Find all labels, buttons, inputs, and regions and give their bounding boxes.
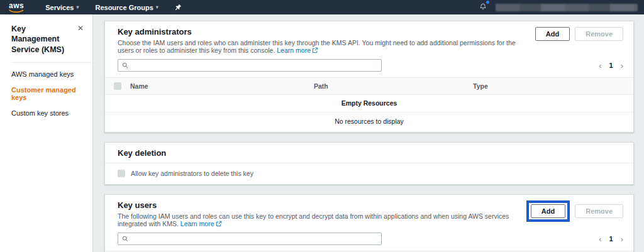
sidebar-item-customer-managed-keys[interactable]: Customer managed keys: [11, 86, 92, 101]
key-administrators-title: Key administrators: [118, 27, 528, 36]
nav-resource-groups-label: Resource Groups: [95, 4, 153, 11]
administrators-search-input[interactable]: [131, 62, 377, 69]
empty-resources-title: Empty Resources: [105, 95, 633, 112]
main-content: Key administrators Choose the IAM users …: [93, 14, 644, 252]
add-administrators-button[interactable]: Add: [535, 27, 570, 41]
sidebar-item-custom-key-stores[interactable]: Custom key stores: [11, 109, 92, 117]
search-icon: [122, 62, 128, 68]
allow-delete-label: Allow key administrators to delete this …: [131, 170, 253, 177]
key-users-title: Key users: [118, 200, 519, 210]
notification-badge: [486, 1, 489, 4]
external-link-icon: [312, 47, 318, 55]
notifications-button[interactable]: [479, 2, 487, 13]
sidebar-title: Key Management Service (KMS): [11, 24, 72, 55]
pushpin-icon: [175, 4, 182, 11]
learn-more-link[interactable]: Learn more: [180, 220, 214, 227]
administrators-search-box[interactable]: [118, 59, 382, 72]
aws-logo-text: aws: [9, 2, 24, 9]
page-prev-icon[interactable]: ‹: [599, 61, 601, 70]
key-users-card: Key users The following IAM users and ro…: [104, 194, 634, 252]
external-link-icon: [216, 221, 222, 228]
key-deletion-title: Key deletion: [118, 148, 621, 158]
learn-more-link[interactable]: Learn more: [277, 47, 311, 54]
account-name-redacted[interactable]: [496, 4, 638, 11]
administrators-pagination: ‹ 1 ›: [599, 61, 623, 70]
add-button-highlight-annotation: Add: [526, 200, 570, 222]
column-header-type: Type: [473, 82, 633, 90]
administrators-table-header: Name Path Type: [105, 78, 633, 95]
users-search-input[interactable]: [131, 235, 377, 243]
chevron-down-icon: ▾: [156, 4, 158, 10]
page-next-icon[interactable]: ›: [621, 61, 623, 70]
nav-right-group: [479, 2, 638, 13]
users-search-box[interactable]: [118, 233, 382, 245]
key-deletion-card: Key deletion Allow key administrators to…: [104, 142, 634, 185]
column-header-name: Name: [130, 82, 314, 90]
column-header-path: Path: [314, 82, 473, 90]
allow-delete-checkbox[interactable]: [118, 170, 125, 177]
sidebar-divider: [11, 62, 92, 63]
add-users-button[interactable]: Add: [531, 204, 565, 218]
search-icon: [122, 236, 128, 242]
page-prev-icon[interactable]: ‹: [599, 234, 601, 244]
nav-resource-groups-menu[interactable]: Resource Groups ▾: [95, 4, 158, 11]
key-administrators-head-text: Key administrators Choose the IAM users …: [118, 27, 528, 55]
key-users-description-text: The following IAM users and roles can us…: [118, 212, 509, 227]
pinned-shortcut-icon[interactable]: [175, 4, 182, 11]
administrators-table: Name Path Type Empty Resources No resour…: [105, 77, 633, 132]
kms-sidebar: Key Management Service (KMS) ✕ AWS manag…: [0, 14, 93, 252]
sidebar-item-aws-managed-keys[interactable]: AWS managed keys: [11, 70, 92, 78]
key-users-description: The following IAM users and roles can us…: [118, 212, 519, 228]
key-users-head-text: Key users The following IAM users and ro…: [118, 200, 519, 228]
users-pagination: ‹ 1 ›: [599, 234, 623, 244]
aws-smile-icon: [9, 9, 24, 13]
aws-logo[interactable]: aws: [9, 2, 24, 13]
users-page-number[interactable]: 1: [609, 235, 613, 243]
chevron-down-icon: ▾: [76, 4, 79, 10]
select-all-checkbox: [114, 82, 121, 90]
nav-services-menu[interactable]: Services ▾: [45, 4, 79, 11]
administrators-page-number[interactable]: 1: [609, 62, 613, 69]
empty-resources-subtitle: No resources to display: [105, 112, 633, 132]
remove-users-button: Remove: [575, 204, 623, 218]
key-administrators-description: Choose the IAM users and roles who can a…: [118, 39, 528, 55]
top-navigation-bar: aws Services ▾ Resource Groups ▾: [0, 0, 644, 14]
bell-icon: [479, 3, 487, 11]
page-next-icon[interactable]: ›: [621, 234, 623, 244]
remove-administrators-button: Remove: [575, 27, 623, 41]
key-administrators-card: Key administrators Choose the IAM users …: [104, 21, 634, 133]
nav-services-label: Services: [45, 4, 74, 11]
close-icon[interactable]: ✕: [77, 24, 84, 33]
